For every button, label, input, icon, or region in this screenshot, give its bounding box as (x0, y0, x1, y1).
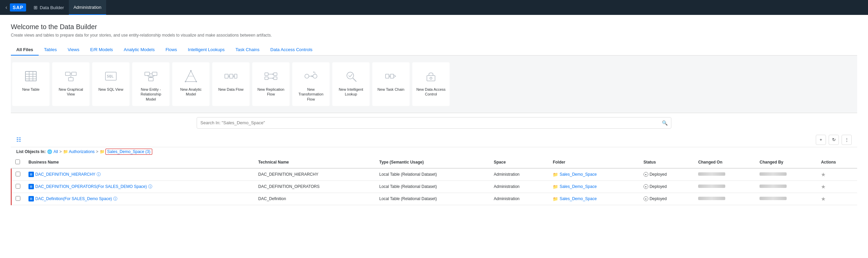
row-3-changed-on (694, 193, 755, 205)
card-new-sql-view[interactable]: SQL New SQL View (92, 62, 130, 106)
more-button[interactable]: ⋮ (842, 135, 852, 145)
svg-text:SQL: SQL (107, 74, 114, 79)
breadcrumb-all[interactable]: All (54, 149, 58, 154)
row-3-table-icon: ⊞ (28, 196, 34, 201)
row-1-table-icon: ⊞ (28, 172, 34, 177)
tab-intelligent-lookups[interactable]: Intelligent Lookups (182, 44, 230, 56)
row-3-status-text: Deployed (650, 196, 667, 201)
row-3-folder-link[interactable]: 📁 Sales_Demo_Space (553, 196, 635, 201)
search-icon[interactable]: 🔍 (662, 120, 668, 126)
row-1-changed-by-blurred (760, 172, 787, 176)
breadcrumb-current[interactable]: Sales_Demo_Space (3) (105, 149, 152, 155)
row-2-folder-icon: 📁 (553, 184, 558, 189)
refresh-button[interactable]: ↻ (829, 135, 839, 145)
row-3-status-badge: ● Deployed (644, 196, 690, 201)
tab-flows[interactable]: Flows (160, 44, 182, 56)
search-input[interactable] (200, 120, 662, 125)
row-2-space: Administration (490, 180, 549, 193)
card-new-table-label: New Table (22, 87, 39, 92)
select-all-checkbox[interactable] (15, 159, 20, 164)
row-3-status: ● Deployed (639, 193, 694, 205)
back-button[interactable]: ‹ (3, 4, 10, 10)
col-type[interactable]: Type (Semantic Usage) (375, 157, 490, 168)
row-1-status-text: Deployed (650, 172, 667, 177)
row-1-favorite-button[interactable]: ★ (821, 172, 826, 177)
tab-all-files[interactable]: All Files (11, 44, 39, 56)
nav-item-data-builder[interactable]: ⊞ Data Builder (29, 0, 69, 15)
new-graphical-view-icon (63, 68, 79, 84)
card-new-table[interactable]: New Table (12, 62, 50, 106)
row-1-changed-on-blurred (698, 172, 725, 176)
card-new-transformation-flow-label: New Transformation Flow (295, 87, 327, 102)
col-changed-on[interactable]: Changed On (694, 157, 755, 168)
row-3-info-icon[interactable]: ⓘ (113, 196, 117, 202)
top-navigation: ‹ SAP ⊞ Data Builder Administration (0, 0, 868, 15)
card-new-replication-flow-label: New Replication Flow (255, 87, 287, 97)
tab-tables[interactable]: Tables (39, 44, 62, 56)
row-2-name-link[interactable]: ⊞ DAC_DEFINITION_OPERATORS(For SALES_DEM… (28, 184, 250, 190)
col-technical-name[interactable]: Technical Name (254, 157, 375, 168)
tab-bar: All Files Tables Views E/R Models Analyt… (11, 44, 857, 56)
svg-point-54 (430, 77, 432, 79)
row-2-name-text: DAC_DEFINITION_OPERATORS(For SALES_DEMO … (35, 184, 147, 189)
card-new-data-access-control[interactable]: New Data Access Control (412, 62, 450, 106)
row-1-folder-text: Sales_Demo_Space (559, 172, 596, 177)
row-2-status-text: Deployed (650, 184, 667, 189)
card-new-intelligent-lookup[interactable]: New Intelligent Lookup (332, 62, 370, 106)
col-space[interactable]: Space (490, 157, 549, 168)
row-3-name-link[interactable]: ⊞ DAC_Definition(For SALES_Demo Space) ⓘ (28, 196, 250, 202)
col-folder[interactable]: Folder (549, 157, 639, 168)
row-3-changed-by (755, 193, 817, 205)
card-new-data-flow[interactable]: New Data Flow (212, 62, 250, 106)
card-new-analytic-model[interactable]: New Analytic Model (172, 62, 210, 106)
tab-data-access-controls[interactable]: Data Access Controls (265, 44, 318, 56)
svg-rect-53 (427, 76, 435, 81)
card-new-replication-flow[interactable]: New Replication Flow (252, 62, 290, 106)
row-3-folder-icon: 📁 (553, 196, 558, 201)
row-1-check[interactable] (16, 172, 20, 176)
search-box: 🔍 (197, 117, 671, 129)
row-2-changed-on-blurred (698, 185, 725, 188)
svg-line-19 (151, 76, 155, 78)
row-3-technical-name: DAC_Definition (254, 193, 375, 205)
row-3-checkbox (11, 193, 24, 205)
row-1-checkbox (11, 168, 24, 181)
row-1-name-link[interactable]: ⊞ DAC_DEFINITION_HIERARCHY ⓘ (28, 172, 250, 177)
card-new-entity-relationship-model[interactable]: New Entity - Relationship Model (132, 62, 170, 106)
filter-button[interactable]: ☷ (16, 136, 21, 143)
row-3-folder: 📁 Sales_Demo_Space (549, 193, 639, 205)
tab-views[interactable]: Views (62, 44, 84, 56)
add-button[interactable]: + (816, 135, 826, 145)
row-1-info-icon[interactable]: ⓘ (97, 172, 101, 177)
breadcrumb-authorizations[interactable]: Authorizations (69, 149, 95, 154)
card-new-transformation-flow[interactable]: New Transformation Flow (292, 62, 330, 106)
card-new-graphical-view[interactable]: New Graphical View (52, 62, 90, 106)
row-2-changed-by (755, 180, 817, 193)
row-3-business-name: ⊞ DAC_Definition(For SALES_Demo Space) ⓘ (24, 193, 254, 205)
col-business-name[interactable]: Business Name (24, 157, 254, 168)
card-new-task-chain[interactable]: New Task Chain (372, 62, 410, 106)
row-1-folder-icon: 📁 (553, 172, 558, 177)
breadcrumb-sep-1: > (59, 149, 62, 154)
col-status[interactable]: Status (639, 157, 694, 168)
row-2-type: Local Table (Relational Dataset) (375, 180, 490, 193)
search-area: 🔍 (11, 113, 857, 133)
card-new-intelligent-lookup-label: New Intelligent Lookup (335, 87, 367, 97)
row-3-favorite-button[interactable]: ★ (821, 196, 826, 202)
col-checkbox (11, 157, 24, 168)
row-1-folder-link[interactable]: 📁 Sales_Demo_Space (553, 172, 635, 177)
row-2-check[interactable] (16, 184, 20, 189)
tab-analytic-models[interactable]: Analytic Models (118, 44, 160, 56)
row-3-check[interactable] (16, 196, 20, 201)
nav-item-administration[interactable]: Administration (69, 0, 106, 15)
card-new-task-chain-label: New Task Chain (377, 87, 404, 92)
row-1-changed-by (755, 168, 817, 181)
row-2-folder-link[interactable]: 📁 Sales_Demo_Space (553, 184, 635, 189)
col-changed-by[interactable]: Changed By (755, 157, 817, 168)
tab-task-chains[interactable]: Task Chains (230, 44, 265, 56)
row-2-info-icon[interactable]: ⓘ (148, 184, 152, 190)
tab-er-models[interactable]: E/R Models (85, 44, 118, 56)
nav-administration-label: Administration (74, 5, 101, 10)
row-2-favorite-button[interactable]: ★ (821, 184, 826, 190)
row-2-table-icon: ⊞ (28, 184, 34, 189)
